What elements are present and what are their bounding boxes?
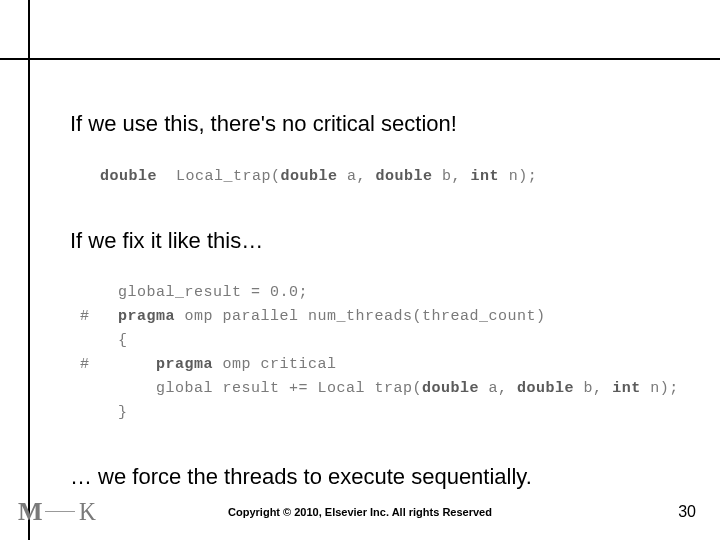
top-horizontal-rule [0, 58, 720, 60]
left-vertical-rule [28, 0, 30, 540]
code-block-2: global_result = 0.0; # pragma omp parall… [70, 273, 680, 433]
code-block-1: double Local_trap(double a, double b, in… [90, 157, 680, 197]
logo-letter-m: M [18, 497, 42, 527]
code-line: # pragma omp parallel num_threads(thread… [80, 305, 670, 329]
page-number: 30 [678, 503, 696, 521]
code-line: global result += Local trap(double a, do… [80, 377, 670, 401]
paragraph-1: If we use this, there's no critical sect… [70, 110, 680, 139]
code-line: } [80, 401, 670, 425]
logo-letter-k: K [78, 497, 95, 527]
code-line: global_result = 0.0; [80, 281, 670, 305]
content-area: If we use this, there's no critical sect… [70, 110, 680, 510]
logo-divider [45, 511, 75, 512]
code-line: double Local_trap(double a, double b, in… [100, 165, 670, 189]
code-line: { [80, 329, 670, 353]
copyright-text: Copyright © 2010, Elsevier Inc. All righ… [228, 506, 492, 518]
mk-logo: M K [18, 497, 96, 527]
paragraph-2: If we fix it like this… [70, 227, 680, 256]
slide: If we use this, there's no critical sect… [0, 0, 720, 540]
footer: M K Copyright © 2010, Elsevier Inc. All … [0, 484, 720, 540]
code-line: # pragma omp critical [80, 353, 670, 377]
